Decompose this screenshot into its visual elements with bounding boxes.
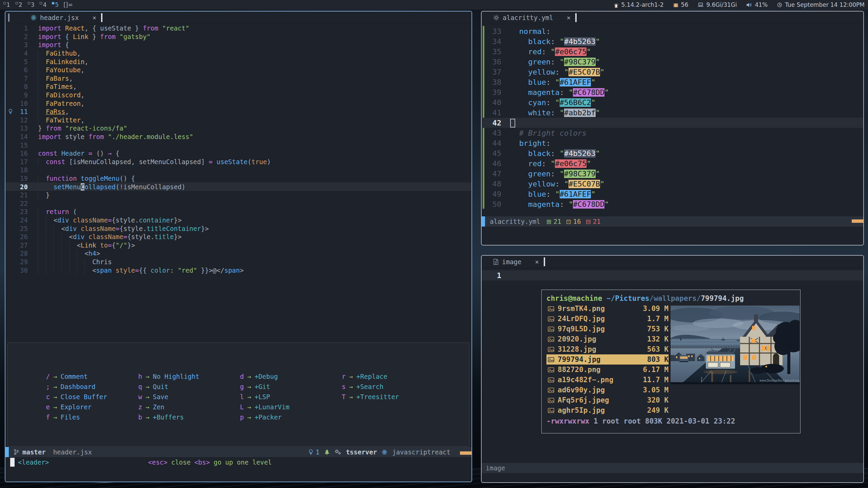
arrow-icon: → bbox=[53, 393, 57, 401]
code-text: blue: "#61AFEF" bbox=[506, 78, 596, 86]
file-row[interactable]: 799794.jpg803 K bbox=[546, 354, 669, 365]
file-row[interactable]: 882720.png6.17 M bbox=[546, 365, 669, 375]
status-bar: 12345 []= 5.14.2-arch1-2569.6Gi/31Gi41%T… bbox=[0, 0, 868, 9]
line-number: 24 bbox=[5, 216, 33, 224]
code-text: magenta: "#C678DD" bbox=[506, 88, 609, 97]
arrow-icon: → bbox=[146, 393, 149, 401]
arrow-icon: → bbox=[146, 403, 149, 411]
line-number: 10 bbox=[5, 100, 33, 107]
which-key-binding[interactable]: p→+Packer bbox=[236, 412, 289, 422]
workspace-tag-4[interactable]: 4 bbox=[40, 1, 46, 8]
which-key-binding[interactable]: T→+Treesitter bbox=[337, 392, 399, 402]
workspace-tag-2[interactable]: 2 bbox=[16, 1, 22, 8]
arrow-icon: → bbox=[53, 373, 57, 380]
file-row[interactable]: 97q9L5D.jpg753 K bbox=[546, 324, 669, 334]
code-line: 34 black: "#4b5263" bbox=[482, 36, 863, 46]
file-row[interactable]: 31228.jpg563 K bbox=[546, 344, 669, 354]
which-key-binding[interactable]: b→+Buffers bbox=[134, 412, 199, 422]
which-key-binding[interactable]: w→Save bbox=[134, 392, 199, 402]
which-key-binding[interactable]: e→Explorer bbox=[42, 402, 107, 412]
tab-close-button[interactable]: × bbox=[92, 14, 96, 21]
mode-indicator-block bbox=[5, 447, 9, 457]
code-line: 26 <div className={style.title}> bbox=[5, 233, 471, 241]
binding-label: Comment bbox=[60, 373, 88, 380]
which-key-binding[interactable]: d→+Debug bbox=[236, 371, 289, 382]
binding-label: +LunarVim bbox=[254, 403, 289, 411]
code-line: 9 FaDiscord, bbox=[5, 91, 471, 99]
file-name: 97q9L5D.jpg bbox=[558, 325, 625, 333]
status-text: 9.6Gi/31Gi bbox=[706, 1, 737, 8]
which-key-binding[interactable]: L→+LunarVim bbox=[236, 402, 289, 412]
file-name: aghr5Ip.jpg bbox=[558, 406, 625, 414]
file-row[interactable]: 20920.jpg132 K bbox=[546, 334, 669, 344]
line-number: 17 bbox=[5, 158, 33, 165]
which-key-binding[interactable]: q→Quit bbox=[134, 382, 199, 392]
layout-symbol[interactable]: []= bbox=[63, 1, 73, 8]
file-row[interactable]: a19c482f~.png11.7 M bbox=[546, 375, 669, 385]
which-key-binding[interactable]: g→+Git bbox=[236, 382, 289, 392]
which-key-binding[interactable]: ;→Dashboard bbox=[42, 382, 107, 392]
tab-headerjsx[interactable]: header.jsx × bbox=[31, 14, 96, 21]
image-file-icon bbox=[548, 408, 554, 413]
which-key-binding[interactable]: l→+LSP bbox=[236, 392, 289, 402]
file-row[interactable]: aghr5Ip.jpg249 K bbox=[546, 405, 669, 415]
code-text: FaRss, bbox=[33, 108, 69, 115]
git-branch-name[interactable]: master bbox=[22, 448, 46, 456]
which-key-binding[interactable]: r→+Replace bbox=[337, 371, 399, 382]
which-key-popup: /→Comment;→Dashboardc→Close Buffere→Expl… bbox=[7, 343, 469, 447]
image-file-icon bbox=[548, 326, 554, 332]
which-key-binding[interactable]: /→Comment bbox=[42, 371, 107, 382]
code-line: 50 magenta: "#C678DD" bbox=[482, 199, 863, 209]
tab-close-button[interactable]: × bbox=[567, 14, 571, 21]
tab-close-button[interactable]: × bbox=[535, 258, 539, 266]
editor-window-alacritty[interactable]: alacritty.yml × 33 normal:34 black: "#4b… bbox=[481, 11, 864, 246]
code-line: 20 setMenuCollapsed(!isMenuCollapsed) bbox=[5, 182, 471, 191]
tram-main bbox=[703, 347, 737, 374]
editor-window-headerjsx[interactable]: header.jsx × 1import React, { useState }… bbox=[5, 11, 472, 482]
statusline-position-block bbox=[852, 219, 863, 223]
file-row[interactable]: 24LrDFQ.jpg1.7 M bbox=[546, 314, 669, 324]
filetype-react-icon bbox=[382, 449, 387, 455]
file-size: 6.17 M bbox=[625, 366, 669, 374]
which-key-binding[interactable]: h→No Highlight bbox=[134, 371, 199, 382]
line-number: 45 bbox=[482, 149, 506, 158]
code-line: 42 bbox=[482, 118, 863, 128]
code-line: 19 function toggleMenu() { bbox=[5, 174, 471, 183]
tab-image[interactable]: image × bbox=[493, 258, 539, 266]
file-size: 3.09 M bbox=[625, 305, 669, 313]
image-file-icon bbox=[548, 306, 554, 312]
line-number: 34 bbox=[482, 37, 506, 46]
file-row[interactable]: AFq5r6j.jpeg320 K bbox=[546, 395, 669, 405]
code-area[interactable]: 1 bbox=[482, 268, 863, 280]
which-key-binding[interactable]: f→Files bbox=[42, 412, 107, 422]
workspace-tag-1[interactable]: 1 bbox=[3, 1, 10, 8]
binding-key: b bbox=[134, 413, 142, 421]
code-line: 13} from "react-icons/fa" bbox=[5, 124, 471, 133]
code-area[interactable]: 1import React, { useState } from "react"… bbox=[5, 24, 471, 274]
command-line[interactable]: <leader> <esc>close<bs>go up one level bbox=[5, 457, 471, 467]
binding-key: T bbox=[337, 393, 346, 401]
line-number: 36 bbox=[482, 58, 506, 66]
binding-key: d bbox=[236, 373, 244, 380]
file-row[interactable]: ad6v90y.jpg3.05 M bbox=[546, 385, 669, 395]
code-text: <div className={style.container}> bbox=[33, 216, 181, 224]
file-row[interactable]: 9rsmTK4.png3.09 M bbox=[546, 304, 669, 314]
diagnostics-info[interactable]: 1 bbox=[308, 448, 319, 456]
workspace-tag-5[interactable]: 5 bbox=[52, 1, 59, 8]
binding-key: l bbox=[236, 393, 244, 401]
code-area[interactable]: 33 normal:34 black: "#4b5263"35 red: "#e… bbox=[482, 24, 863, 209]
line-number: 6 bbox=[5, 66, 33, 74]
file-size: 11.7 M bbox=[625, 376, 669, 384]
which-key-binding[interactable]: c→Close Buffer bbox=[42, 392, 107, 402]
statusline: master header.jsx 1 tsserver bbox=[5, 447, 471, 457]
which-key-binding[interactable]: s→+Search bbox=[337, 382, 399, 392]
code-text: import { Link } from "gatsby" bbox=[33, 33, 151, 40]
file-size: 753 K bbox=[625, 325, 669, 333]
tabline-caret bbox=[575, 13, 577, 22]
editor-window-image[interactable]: image × 1 chris@machine ~/Pictures/wallp… bbox=[481, 255, 864, 483]
which-key-binding[interactable]: z→Zen bbox=[134, 402, 199, 412]
tab-alacritty[interactable]: alacritty.yml × bbox=[493, 14, 571, 21]
line-number: 26 bbox=[5, 233, 33, 240]
code-line: 11 FaRss, bbox=[5, 108, 471, 116]
workspace-tag-3[interactable]: 3 bbox=[28, 1, 35, 8]
